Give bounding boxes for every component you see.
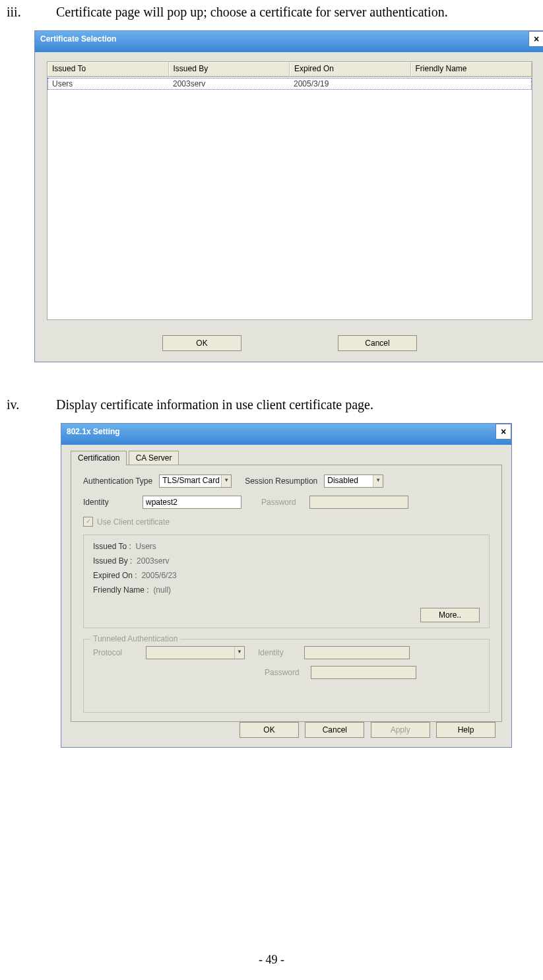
- expired-on-value: 2005/6/23: [141, 571, 176, 580]
- ok-button[interactable]: OK: [162, 335, 241, 351]
- close-button[interactable]: ×: [528, 31, 543, 47]
- cell-issued-by: 2003serv: [169, 79, 290, 89]
- tab-strip: Certification CA Server: [71, 450, 511, 465]
- cell-expired-on: 2005/3/19: [290, 79, 410, 89]
- tunneled-auth-legend: Tunneled Authentication: [90, 634, 180, 643]
- issued-to-value: Users: [136, 542, 156, 551]
- identity-input[interactable]: [143, 496, 241, 509]
- dialog-titlebar: Certificate Selection ×: [35, 31, 543, 52]
- close-button[interactable]: ×: [495, 424, 511, 440]
- certificate-info-group: Issued To : Users Issued By : 2003serv E…: [83, 535, 490, 628]
- page-number: - 49 -: [0, 953, 543, 967]
- header-expired-on[interactable]: Expired On: [290, 62, 411, 77]
- cell-issued-to: Users: [48, 79, 169, 89]
- use-client-cert-checkbox: ✓: [83, 517, 93, 527]
- close-icon: ×: [534, 34, 539, 44]
- dialog-button-row: OK Cancel Apply Help: [236, 722, 495, 738]
- more-button[interactable]: More..: [420, 608, 480, 622]
- tunnel-identity-label: Identity: [258, 648, 298, 657]
- session-resumption-label: Session Resumption: [245, 476, 317, 486]
- header-issued-by[interactable]: Issued By: [169, 62, 290, 77]
- dialog-titlebar: 802.1x Setting ×: [61, 424, 511, 445]
- tunnel-protocol-select: ▼: [146, 646, 245, 659]
- tunnel-password-input: [311, 666, 416, 679]
- chevron-down-icon: ▼: [373, 475, 383, 487]
- auth-type-label: Authentication Type: [83, 476, 152, 486]
- password-input: [309, 496, 408, 509]
- step-iii: iii. Certificate page will pop up; choos…: [7, 3, 536, 21]
- cell-friendly-name: [410, 79, 531, 89]
- close-icon: ×: [501, 426, 506, 437]
- issued-to-label: Issued To :: [93, 542, 131, 551]
- list-row-selected[interactable]: Users 2003serv 2005/3/19: [48, 78, 532, 90]
- chevron-down-icon: ▼: [234, 647, 244, 659]
- auth-type-select[interactable]: TLS/Smart Card ▼: [159, 474, 232, 488]
- tunnel-identity-input: [304, 646, 410, 659]
- tab-certification[interactable]: Certification: [71, 451, 127, 465]
- ok-button[interactable]: OK: [240, 722, 299, 738]
- auth-type-value: TLS/Smart Card: [162, 476, 220, 485]
- step-text: Certificate page will pop up; choose a c…: [56, 3, 531, 21]
- header-issued-to[interactable]: Issued To: [48, 62, 169, 77]
- cancel-button[interactable]: Cancel: [338, 335, 417, 351]
- chevron-down-icon: ▼: [221, 475, 231, 487]
- cancel-button[interactable]: Cancel: [305, 722, 364, 738]
- friendly-name-value: (null): [153, 585, 171, 595]
- certificate-list[interactable]: Issued To Issued By Expired On Friendly …: [47, 61, 532, 320]
- list-header-row: Issued To Issued By Expired On Friendly …: [48, 62, 532, 77]
- tunnel-password-label: Password: [265, 668, 304, 677]
- issued-by-label: Issued By :: [93, 556, 132, 566]
- use-client-cert-label: Use Client certificate: [97, 517, 170, 527]
- dialog-title: 802.1x Setting: [67, 427, 120, 436]
- 8021x-setting-dialog: 802.1x Setting × Certification CA Server…: [61, 423, 512, 748]
- apply-button: Apply: [371, 722, 430, 738]
- session-resumption-value: Disabled: [327, 476, 358, 485]
- session-resumption-select[interactable]: Disabled ▼: [324, 474, 383, 488]
- step-text: Display certificate information in use c…: [56, 395, 531, 414]
- password-label: Password: [261, 498, 296, 507]
- step-number: iii.: [7, 3, 53, 21]
- dialog-title: Certificate Selection: [40, 34, 116, 44]
- help-button[interactable]: Help: [436, 722, 495, 738]
- tab-ca-server[interactable]: CA Server: [129, 451, 179, 465]
- tab-body: Authentication Type TLS/Smart Card ▼ Ses…: [71, 465, 502, 722]
- tunneled-auth-group: Tunneled Authentication Protocol ▼ Ident…: [83, 639, 490, 713]
- expired-on-label: Expired On :: [93, 571, 137, 580]
- step-iv: iv. Display certificate information in u…: [7, 395, 536, 414]
- friendly-name-label: Friendly Name :: [93, 585, 149, 595]
- step-number: iv.: [7, 395, 53, 414]
- issued-by-value: 2003serv: [137, 556, 169, 566]
- header-friendly-name[interactable]: Friendly Name: [411, 62, 532, 77]
- certificate-selection-dialog: Certificate Selection × Issued To Issued…: [34, 30, 543, 362]
- identity-label: Identity: [83, 498, 136, 507]
- dialog-button-row: OK Cancel: [35, 335, 543, 351]
- tunnel-protocol-label: Protocol: [93, 648, 139, 657]
